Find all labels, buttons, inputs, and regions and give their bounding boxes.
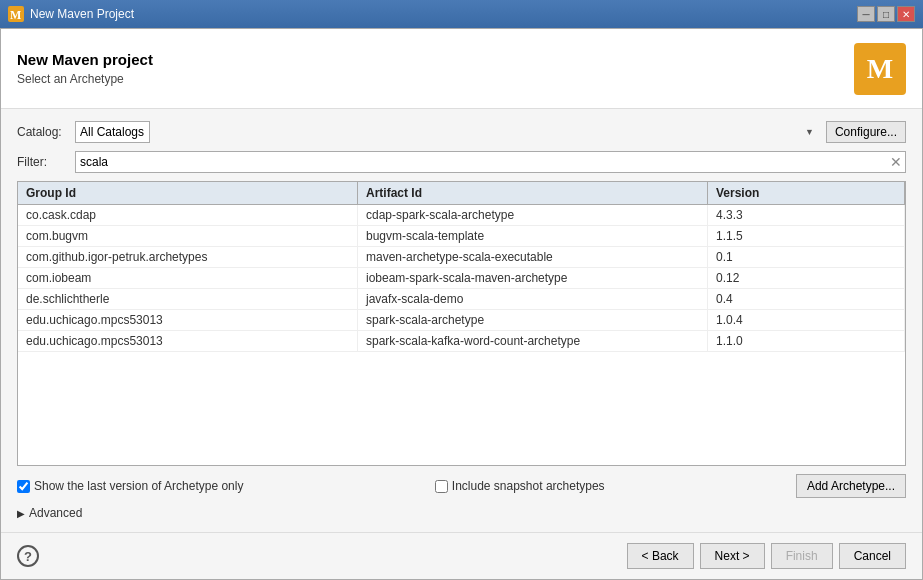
show-last-version-checkbox[interactable] xyxy=(17,480,30,493)
cell-artifact: cdap-spark-scala-archetype xyxy=(358,205,708,225)
title-bar: M New Maven Project ─ □ ✕ xyxy=(0,0,923,28)
cell-group: edu.uchicago.mpcs53013 xyxy=(18,310,358,330)
svg-text:M: M xyxy=(10,8,21,22)
title-bar-controls: ─ □ ✕ xyxy=(857,6,915,22)
cell-version: 0.1 xyxy=(708,247,905,267)
col-version: Version xyxy=(708,182,905,204)
cell-artifact: javafx-scala-demo xyxy=(358,289,708,309)
cell-group: edu.uchicago.mpcs53013 xyxy=(18,331,358,351)
dialog-header: New Maven project Select an Archetype M xyxy=(1,29,922,109)
footer-left: ? xyxy=(17,545,39,567)
next-button[interactable]: Next > xyxy=(700,543,765,569)
table-row[interactable]: edu.uchicago.mpcs53013 spark-scala-kafka… xyxy=(18,331,905,352)
maximize-button[interactable]: □ xyxy=(877,6,895,22)
table-row[interactable]: com.github.igor-petruk.archetypes maven-… xyxy=(18,247,905,268)
title-bar-title: New Maven Project xyxy=(30,7,134,21)
add-archetype-button[interactable]: Add Archetype... xyxy=(796,474,906,498)
cell-artifact: bugvm-scala-template xyxy=(358,226,708,246)
table-row[interactable]: de.schlichtherle javafx-scala-demo 0.4 xyxy=(18,289,905,310)
filter-clear-button[interactable]: ✕ xyxy=(888,155,904,169)
cancel-button[interactable]: Cancel xyxy=(839,543,906,569)
advanced-section[interactable]: ▶ Advanced xyxy=(17,506,906,520)
help-button[interactable]: ? xyxy=(17,545,39,567)
cell-version: 1.0.4 xyxy=(708,310,905,330)
show-last-version-text: Show the last version of Archetype only xyxy=(34,479,243,493)
back-button[interactable]: < Back xyxy=(627,543,694,569)
cell-group: com.iobeam xyxy=(18,268,358,288)
archetype-table: Group Id Artifact Id Version co.cask.cda… xyxy=(17,181,906,466)
col-artifact-id: Artifact Id xyxy=(358,182,708,204)
dialog-footer: ? < Back Next > Finish Cancel xyxy=(1,532,922,579)
dialog-header-text: New Maven project Select an Archetype xyxy=(17,51,153,86)
cell-artifact: spark-scala-kafka-word-count-archetype xyxy=(358,331,708,351)
cell-artifact: spark-scala-archetype xyxy=(358,310,708,330)
dialog-subtitle: Select an Archetype xyxy=(17,72,153,86)
table-row[interactable]: edu.uchicago.mpcs53013 spark-scala-arche… xyxy=(18,310,905,331)
filter-row: Filter: ✕ xyxy=(17,151,906,173)
table-row[interactable]: com.iobeam iobeam-spark-scala-maven-arch… xyxy=(18,268,905,289)
include-snapshot-checkbox[interactable] xyxy=(435,480,448,493)
close-button[interactable]: ✕ xyxy=(897,6,915,22)
dialog-body: Catalog: All CatalogsInternalCentral Con… xyxy=(1,109,922,532)
cell-version: 0.12 xyxy=(708,268,905,288)
cell-artifact: iobeam-spark-scala-maven-archetype xyxy=(358,268,708,288)
catalog-row: Catalog: All CatalogsInternalCentral Con… xyxy=(17,121,906,143)
filter-input-wrapper: ✕ xyxy=(75,151,906,173)
cell-group: de.schlichtherle xyxy=(18,289,358,309)
catalog-select-wrapper: All CatalogsInternalCentral xyxy=(75,121,818,143)
finish-button[interactable]: Finish xyxy=(771,543,833,569)
cell-artifact: maven-archetype-scala-executable xyxy=(358,247,708,267)
cell-version: 0.4 xyxy=(708,289,905,309)
table-row[interactable]: com.bugvm bugvm-scala-template 1.1.5 xyxy=(18,226,905,247)
cell-version: 1.1.0 xyxy=(708,331,905,351)
minimize-button[interactable]: ─ xyxy=(857,6,875,22)
app-icon: M xyxy=(8,6,24,22)
catalog-select[interactable]: All CatalogsInternalCentral xyxy=(75,121,150,143)
cell-group: com.github.igor-petruk.archetypes xyxy=(18,247,358,267)
cell-group: co.cask.cdap xyxy=(18,205,358,225)
include-snapshot-label[interactable]: Include snapshot archetypes xyxy=(435,479,605,493)
table-header: Group Id Artifact Id Version xyxy=(18,182,905,205)
filter-label: Filter: xyxy=(17,155,67,169)
dialog-title: New Maven project xyxy=(17,51,153,68)
cell-version: 4.3.3 xyxy=(708,205,905,225)
table-row[interactable]: co.cask.cdap cdap-spark-scala-archetype … xyxy=(18,205,905,226)
footer-right: < Back Next > Finish Cancel xyxy=(627,543,906,569)
advanced-label: Advanced xyxy=(29,506,82,520)
col-group-id: Group Id xyxy=(18,182,358,204)
dialog: New Maven project Select an Archetype M … xyxy=(0,28,923,580)
table-body[interactable]: co.cask.cdap cdap-spark-scala-archetype … xyxy=(18,205,905,465)
show-last-version-label[interactable]: Show the last version of Archetype only xyxy=(17,479,243,493)
cell-group: com.bugvm xyxy=(18,226,358,246)
options-row: Show the last version of Archetype only … xyxy=(17,474,906,498)
cell-version: 1.1.5 xyxy=(708,226,905,246)
advanced-arrow-icon: ▶ xyxy=(17,508,25,519)
filter-input[interactable] xyxy=(75,151,906,173)
include-snapshot-text: Include snapshot archetypes xyxy=(452,479,605,493)
title-bar-left: M New Maven Project xyxy=(8,6,134,22)
catalog-label: Catalog: xyxy=(17,125,67,139)
configure-button[interactable]: Configure... xyxy=(826,121,906,143)
maven-icon: M xyxy=(854,43,906,95)
